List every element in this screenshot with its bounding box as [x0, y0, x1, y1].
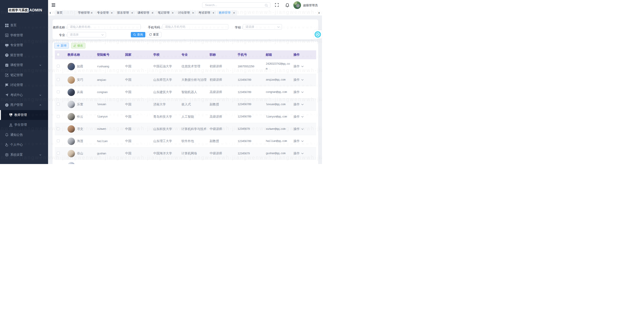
- svg-text:?: ?: [6, 54, 8, 56]
